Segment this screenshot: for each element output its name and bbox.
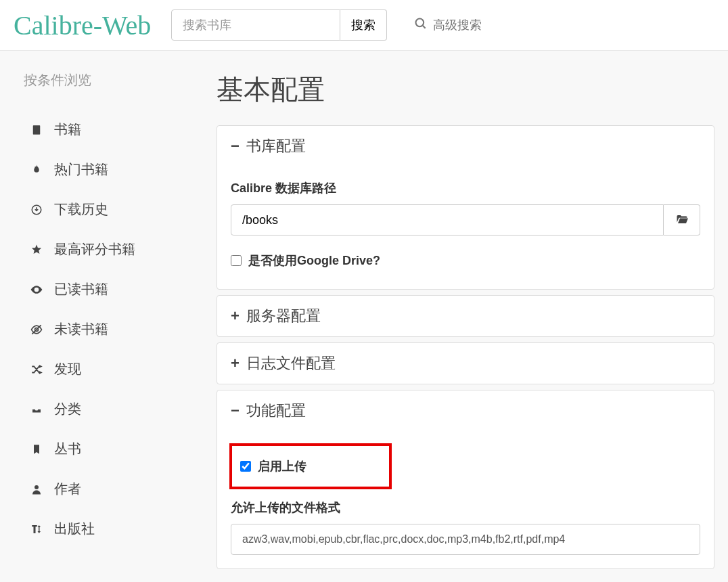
svg-point-6 xyxy=(35,485,39,489)
sidebar-item-downloads[interactable]: 下载历史 xyxy=(14,189,196,229)
formats-label: 允许上传的文件格式 xyxy=(231,499,700,516)
sidebar-item-publishers[interactable]: 出版社 xyxy=(14,509,196,549)
gdrive-label: 是否使用Google Drive? xyxy=(248,252,380,269)
panel-heading-log[interactable]: + 日志文件配置 xyxy=(217,343,714,384)
panel-heading-feature[interactable]: − 功能配置 xyxy=(217,390,714,431)
folder-open-icon xyxy=(675,213,689,227)
sidebar-item-label: 丛书 xyxy=(54,440,81,458)
sidebar-item-label: 未读书籍 xyxy=(54,320,108,338)
search-button[interactable]: 搜索 xyxy=(340,9,387,41)
db-path-label: Calibre 数据库路径 xyxy=(231,180,700,196)
sidebar-item-label: 已读书籍 xyxy=(54,280,108,298)
shuffle-icon xyxy=(27,363,46,376)
sidebar-item-label: 分类 xyxy=(54,400,81,418)
sidebar-item-label: 作者 xyxy=(54,480,81,498)
brand-logo[interactable]: Calibre-Web xyxy=(14,9,151,41)
gdrive-checkbox[interactable] xyxy=(231,255,242,266)
sidebar-item-label: 下载历史 xyxy=(54,200,108,219)
main-content: 基本配置 − 书库配置 Calibre 数据库路径 是 xyxy=(217,71,714,575)
sidebar-item-label: 热门书籍 xyxy=(54,160,108,179)
panel-server-config: + 服务器配置 xyxy=(217,295,714,337)
eye-slash-icon xyxy=(27,323,46,336)
minus-icon: − xyxy=(231,137,240,155)
user-icon xyxy=(27,483,46,495)
plus-icon: + xyxy=(231,355,240,372)
plus-icon: + xyxy=(231,307,240,325)
eye-icon xyxy=(27,283,46,296)
sidebar-item-hot[interactable]: 热门书籍 xyxy=(14,150,196,189)
text-height-icon xyxy=(27,523,46,535)
upload-highlight: 启用上传 xyxy=(229,443,392,489)
sidebar-item-rated[interactable]: 最高评分书籍 xyxy=(14,229,196,269)
svg-rect-2 xyxy=(33,125,41,135)
search-form: 搜索 xyxy=(171,9,387,41)
panel-heading-library[interactable]: − 书库配置 xyxy=(217,126,714,166)
sidebar-item-read[interactable]: 已读书籍 xyxy=(14,269,196,309)
panel-title: 功能配置 xyxy=(246,401,306,421)
sidebar-item-discover[interactable]: 发现 xyxy=(14,349,196,389)
sidebar-item-label: 出版社 xyxy=(54,520,95,538)
panel-library-config: − 书库配置 Calibre 数据库路径 是否使用Google Drive? xyxy=(217,125,714,290)
svg-line-1 xyxy=(423,25,426,28)
navbar: Calibre-Web 搜索 高级搜索 xyxy=(0,0,728,51)
bookmark-icon xyxy=(27,443,46,455)
sidebar: 按条件浏览 书籍 热门书籍 下载历史 最高评分书籍 已读书籍 xyxy=(14,71,217,575)
sidebar-item-label: 最高评分书籍 xyxy=(54,240,135,259)
minus-icon: − xyxy=(231,402,240,420)
search-input[interactable] xyxy=(171,9,340,41)
sidebar-title: 按条件浏览 xyxy=(14,71,196,89)
advanced-search-label: 高级搜索 xyxy=(433,17,482,33)
sidebar-item-label: 发现 xyxy=(54,360,81,378)
db-path-input[interactable] xyxy=(231,204,664,236)
formats-input[interactable] xyxy=(231,524,700,555)
panel-log-config: + 日志文件配置 xyxy=(217,342,714,384)
enable-upload-checkbox[interactable] xyxy=(240,461,251,472)
book-icon xyxy=(27,124,46,136)
search-icon xyxy=(414,17,433,34)
sidebar-item-categories[interactable]: 分类 xyxy=(14,389,196,429)
sidebar-item-authors[interactable]: 作者 xyxy=(14,469,196,509)
panel-title: 书库配置 xyxy=(246,136,306,156)
sidebar-item-unread[interactable]: 未读书籍 xyxy=(14,309,196,349)
svg-point-0 xyxy=(416,18,424,26)
folder-browse-button[interactable] xyxy=(664,204,700,236)
sidebar-item-books[interactable]: 书籍 xyxy=(14,110,196,150)
sidebar-item-series[interactable]: 丛书 xyxy=(14,429,196,469)
download-icon xyxy=(27,204,46,216)
enable-upload-label: 启用上传 xyxy=(258,458,306,474)
fire-icon xyxy=(27,164,46,176)
panel-title: 日志文件配置 xyxy=(246,353,336,374)
inbox-icon xyxy=(27,403,46,416)
panel-feature-config: − 功能配置 启用上传 允许上传的文件格式 xyxy=(217,390,714,569)
star-icon xyxy=(27,244,46,256)
page-title: 基本配置 xyxy=(217,71,714,108)
panel-heading-server[interactable]: + 服务器配置 xyxy=(217,296,714,336)
panel-title: 服务器配置 xyxy=(246,306,321,326)
sidebar-item-label: 书籍 xyxy=(54,120,81,139)
advanced-search-link[interactable]: 高级搜索 xyxy=(414,17,482,34)
